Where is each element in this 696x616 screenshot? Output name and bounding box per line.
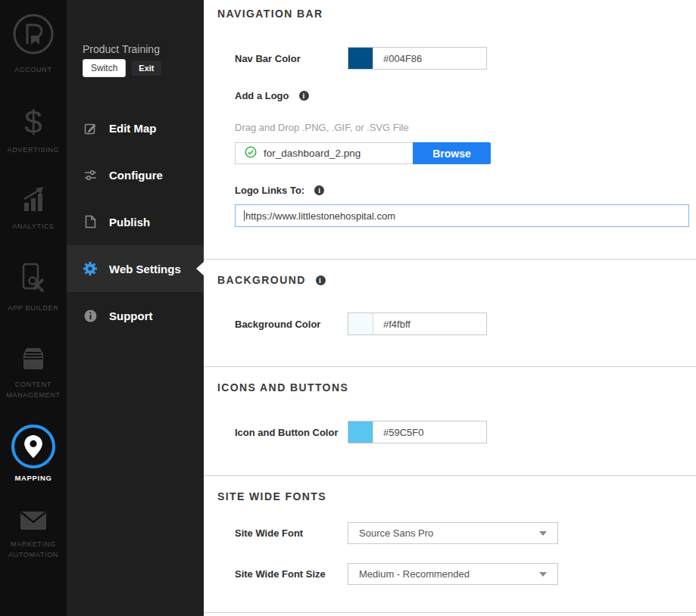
rail-label-analytics: ANALYTICS [12,222,55,232]
menu-item-edit-map[interactable]: Edit Map [67,104,204,151]
exit-button[interactable]: Exit [132,61,161,76]
logo-url-value: https://www.littlestonehospital.com [245,210,395,222]
icon-button-color-field: #59C5F0 [348,421,487,443]
chevron-down-icon [539,572,547,577]
section-title-icons-buttons: ICONS AND BUTTONS [217,381,696,394]
bar-chart-icon [18,185,48,216]
gear-icon [83,262,97,275]
browse-button[interactable]: Browse [413,142,491,164]
nav-bar-color-swatch[interactable] [348,48,373,69]
site-font-select[interactable]: Source Sans Pro [348,522,558,544]
nav-bar-color-label: Nav Bar Color [235,53,348,64]
text-cursor [244,210,245,221]
menu-item-web-settings[interactable]: Web Settings [67,245,204,292]
edit-pencil-icon [83,122,97,135]
map-sidebar: Product Training Switch Exit Edit Map [67,0,204,616]
sidebar-item-marketing-automation[interactable]: MARKETING AUTOMATION [0,511,67,560]
brand-sidebar: ACCOUNT $ ADVERTISING ANALYTICS AP [0,0,67,616]
dollar-icon: $ [24,106,42,139]
sidebar-menu: Edit Map Configure Publish [67,104,204,339]
info-icon[interactable]: i [314,185,324,195]
section-divider [204,366,696,367]
icon-button-color-input[interactable]: #59C5F0 [373,422,486,443]
icon-button-color-label: Icon and Button Color [235,427,348,438]
add-logo-label: Add a Logo [235,90,289,101]
logo-upload-row: for_dashboard_2.png Browse [235,142,491,164]
nav-bar-color-input[interactable]: #004F86 [373,48,486,69]
project-name: Product Training [83,43,204,55]
drag-drop-hint: Drag and Drop .PNG, .GIF, or .SVG File [235,122,696,133]
nav-bar-color-field: #004F86 [348,47,487,70]
site-wide-fonts-title: SITE WIDE FONTS [217,490,326,502]
site-font-value: Source Sans Pro [359,527,433,539]
menu-label: Configure [109,169,163,182]
background-color-input[interactable]: #f4fbff [373,313,486,334]
background-color-row: Background Color #f4fbff [235,313,696,335]
rail-label-app-builder: APP BUILDER [8,303,58,314]
menu-label: Web Settings [109,263,181,275]
background-color-swatch[interactable] [348,313,373,334]
icon-button-color-swatch[interactable] [348,422,373,443]
section-divider [204,259,696,260]
document-icon [83,215,97,229]
info-icon[interactable]: i [316,275,326,285]
rail-label-mapping: MAPPING [14,473,51,484]
envelope-icon [20,511,47,534]
web-settings-panel: NAVIGATION BAR Nav Bar Color #004F86 Add… [204,0,696,616]
menu-item-publish[interactable]: Publish [67,198,204,245]
rail-label-advertising: ADVERTISING [8,145,60,156]
site-font-row: Site Wide Font Source Sans Pro [235,522,696,544]
section-title-site-wide-fonts: SITE WIDE FONTS [217,490,696,502]
sidebar-item-analytics[interactable]: ANALYTICS [0,185,67,232]
info-circle-icon [83,310,97,322]
menu-label: Publish [109,216,150,229]
uploaded-file-name: for_dashboard_2.png [264,148,360,159]
sidebar-item-content-management[interactable]: CONTENT MANAGEMENT [0,347,67,400]
sliders-icon [83,169,97,182]
rail-label-marketing-automation: MARKETING AUTOMATION [4,540,63,560]
section-divider [204,475,696,476]
menu-item-support[interactable]: Support [67,292,204,339]
icons-buttons-title: ICONS AND BUTTONS [217,381,348,394]
archive-box-icon [17,347,49,374]
info-icon[interactable]: i [299,91,309,101]
logo-url-input[interactable]: https://www.littlestonehospital.com [235,204,689,227]
logo-links-label: Logo Links To: [235,185,304,196]
sidebar-item-app-builder[interactable]: APP BUILDER [0,261,67,314]
map-pin-icon [11,425,55,468]
section-title-background: BACKGROUND i [217,274,696,286]
background-title: BACKGROUND [217,274,306,286]
phone-tools-icon [16,261,51,297]
menu-label: Support [109,310,153,322]
logo-links-row: Logo Links To: i [235,185,696,196]
icon-button-color-row: Icon and Button Color #59C5F0 [235,421,696,443]
background-color-field: #f4fbff [348,313,487,335]
site-font-size-row: Site Wide Font Size Medium - Recommended [235,563,696,585]
background-color-label: Background Color [235,319,348,330]
site-font-label: Site Wide Font [235,527,348,539]
chevron-down-icon [539,531,547,536]
sidebar-item-account[interactable]: ACCOUNT [0,12,67,76]
menu-label: Edit Map [109,122,157,135]
active-item-pointer [196,262,204,275]
account-logo-icon [11,12,55,59]
site-font-size-label: Site Wide Font Size [235,568,348,580]
check-circle-icon [245,146,257,161]
site-font-size-select[interactable]: Medium - Recommended [348,563,558,585]
uploaded-file-field[interactable]: for_dashboard_2.png [235,142,413,164]
menu-item-configure[interactable]: Configure [67,151,204,198]
rail-label-account: ACCOUNT [14,65,51,76]
switch-button[interactable]: Switch [83,59,126,77]
section-divider [204,612,696,613]
nav-bar-color-row: Nav Bar Color #004F86 [235,47,696,70]
add-logo-row: Add a Logo i [235,90,696,101]
sidebar-item-advertising[interactable]: $ ADVERTISING [0,106,67,156]
navigation-bar-title: NAVIGATION BAR [217,8,323,20]
sidebar-item-mapping[interactable]: MAPPING [0,425,67,484]
section-title-navigation-bar: NAVIGATION BAR [217,8,696,20]
rail-label-content-management: CONTENT MANAGEMENT [4,380,63,400]
site-font-size-value: Medium - Recommended [359,568,470,580]
